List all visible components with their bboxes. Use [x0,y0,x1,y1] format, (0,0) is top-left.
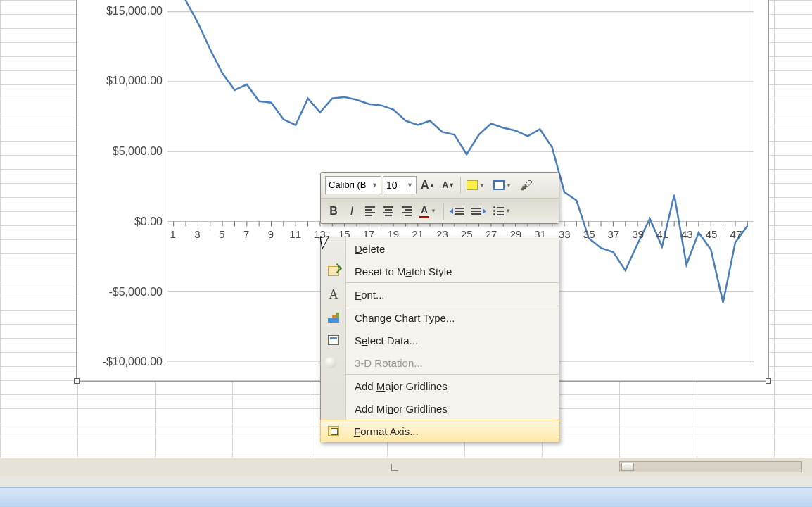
italic-button[interactable]: I [343,202,360,220]
sheet-tab-strip [0,458,812,476]
increase-indent-button[interactable] [469,202,489,220]
font-icon: A [325,286,342,303]
y-tick-label: $10,000.00 [106,75,163,87]
y-tick-label: -$10,000.00 [103,356,163,368]
rotation-icon [325,357,336,368]
format-painter-button[interactable]: 🖌 [517,176,535,194]
context-menu: Delete document.currentScript.previousEl… [320,237,559,442]
horizontal-scrollbar[interactable] [619,461,802,472]
mini-toolbar: Calibri (B ▼ 10 ▼ A▲ A▼ ▼ ▼ 🖌 B I A ▼ [320,172,559,224]
chevron-down-icon: ▼ [372,177,378,194]
shape-fill-button[interactable]: ▼ [464,176,489,194]
x-tick-label: 43 [681,228,693,240]
separator [443,203,444,220]
menu-item-add-minor-gridlines[interactable]: Add Minor Gridlines [321,397,559,420]
menu-item-3d-rotation: 3-D Rotation... [321,351,559,374]
split-handle[interactable] [391,464,398,471]
y-tick-label: -$5,000.00 [108,286,163,299]
x-tick-label: 7 [243,228,249,240]
font-size-value: 10 [386,177,398,194]
menu-item-delete[interactable]: Delete document.currentScript.previousEl… [321,237,559,260]
menu-item-reset-style[interactable]: Reset to Match Style [321,260,559,282]
chevron-down-icon: ▼ [407,177,413,194]
paintbrush-icon: 🖌 [520,178,533,193]
format-axis-icon [328,426,339,436]
chart-type-icon [328,313,339,323]
font-name-value: Calibri (B [329,177,366,194]
x-tick-label: 37 [608,228,620,240]
font-color-button[interactable]: A ▼ [417,202,440,220]
x-tick-label: 1 [170,228,176,240]
shrink-font-button[interactable]: A▼ [439,176,457,194]
status-bar [0,487,812,507]
x-tick-label: 9 [268,228,274,240]
align-right-button[interactable] [398,202,415,220]
y-tick-label: $5,000.00 [113,145,163,158]
bullets-button[interactable]: ▼ [490,202,515,220]
x-tick-label: 35 [583,228,595,240]
decrease-indent-button[interactable] [447,202,467,220]
y-tick-label: $0.00 [134,215,163,228]
menu-item-font[interactable]: A Font... [321,283,559,306]
menu-item-change-chart-type[interactable]: Change Chart Type... [321,306,559,329]
menu-item-add-major-gridlines[interactable]: Add Major Gridlines [321,375,559,397]
x-tick-label: 39 [632,228,644,240]
resize-handle-icon[interactable] [74,378,80,384]
reset-icon [328,266,339,276]
font-size-combo[interactable]: 10 ▼ [383,176,417,194]
menu-item-select-data[interactable]: Select Data... [321,329,559,351]
align-center-button[interactable] [380,202,397,220]
outline-swatch-icon [493,180,505,190]
y-axis-labels: $15,000.00 $10,000.00 $5,000.00 $0.00 -$… [77,0,165,363]
separator [460,177,461,194]
bold-button[interactable]: B [325,202,342,220]
x-tick-label: 5 [219,228,224,240]
x-tick-label: 45 [706,228,718,240]
font-name-combo[interactable]: Calibri (B ▼ [325,176,381,194]
x-tick-label: 11 [289,228,301,240]
x-tick-label: 41 [656,228,668,240]
align-left-button[interactable] [362,202,379,220]
x-tick-label: 33 [559,228,571,240]
shape-outline-button[interactable]: ▼ [490,176,516,194]
fill-swatch-icon [467,180,478,190]
x-tick-label: 3 [194,228,200,240]
select-data-icon [328,335,339,345]
y-tick-label: $15,000.00 [106,5,163,18]
font-color-icon: A [419,204,429,218]
x-tick-label: 47 [730,228,742,240]
resize-handle-icon[interactable] [766,378,771,384]
grow-font-button[interactable]: A▲ [418,176,438,194]
menu-item-format-axis[interactable]: Format Axis... [320,420,559,442]
bullets-icon [493,206,504,215]
